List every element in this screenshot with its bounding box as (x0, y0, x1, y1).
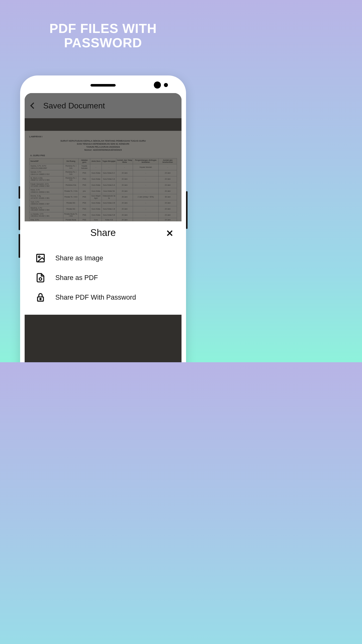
promo-line2: PASSWORD (0, 36, 206, 50)
phone-screen: Saved Document LAMPIRAN I SURAT KEPUTUSA… (25, 93, 182, 362)
sensor-dot (164, 83, 168, 87)
hw-button (19, 206, 20, 230)
pdf-icon (35, 272, 46, 283)
promo-heading: PDF FILES WITH PASSWORD (0, 0, 206, 50)
share-sheet: Share ✕ Share as Image (25, 221, 182, 315)
hw-button (19, 186, 20, 199)
share-item-label: Share PDF With Password (55, 294, 136, 301)
share-title: Share (90, 227, 116, 238)
lock-icon (35, 292, 46, 303)
svg-point-2 (39, 278, 42, 280)
close-icon[interactable]: ✕ (166, 229, 173, 238)
share-as-image[interactable]: Share as Image (32, 248, 174, 268)
promo-line1: PDF FILES WITH (0, 21, 206, 36)
hw-button (19, 234, 20, 258)
phone-notch (20, 75, 186, 93)
share-header: Share ✕ (32, 227, 174, 238)
image-icon (35, 253, 46, 263)
share-item-label: Share as Image (55, 254, 103, 262)
svg-point-4 (40, 298, 41, 300)
speaker-slot (90, 84, 116, 87)
share-pdf-password[interactable]: Share PDF With Password (32, 288, 174, 307)
phone-mockup: Saved Document LAMPIRAN I SURAT KEPUTUSA… (20, 75, 186, 362)
svg-point-1 (38, 256, 40, 258)
front-camera (154, 82, 161, 89)
hw-button (186, 191, 188, 229)
share-as-pdf[interactable]: Share as PDF (32, 268, 174, 288)
share-item-label: Share as PDF (55, 274, 98, 282)
